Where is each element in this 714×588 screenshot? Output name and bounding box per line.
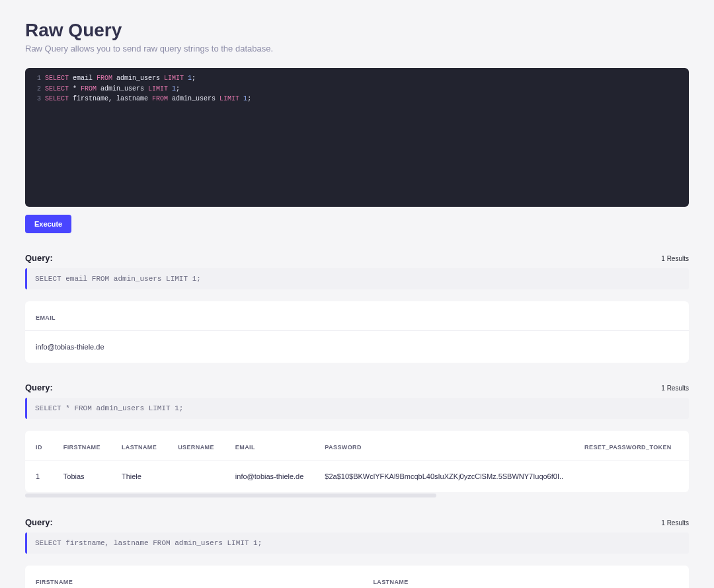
- table-cell: info@tobias-thiele.de: [25, 331, 689, 363]
- table-cell: $2a$10$BKWclYFKAl9BmcqbL40sIuXZKj0yzcClS…: [314, 460, 574, 493]
- horizontal-scrollbar[interactable]: [25, 494, 436, 497]
- code-token: *: [69, 85, 81, 92]
- code-token: SELECT: [45, 85, 69, 92]
- table-cell: [167, 460, 225, 493]
- column-header: REGISTRATION_TOKEN: [682, 431, 689, 460]
- column-header: EMAIL: [225, 431, 315, 460]
- table-row: 1TobiasThieleinfo@tobias-thiele.de$2a$10…: [25, 460, 689, 493]
- code-token: admin_users: [97, 85, 148, 92]
- results-count: 1 Results: [661, 385, 689, 392]
- result-table: EMAILinfo@tobias-thiele.de: [25, 301, 689, 363]
- code-token: ;: [247, 95, 251, 102]
- code-token: SELECT: [45, 75, 69, 82]
- column-header: LASTNAME: [111, 431, 167, 460]
- result-block: Query:1 ResultsSELECT email FROM admin_u…: [25, 253, 689, 363]
- column-header: FIRSTNAME: [25, 566, 362, 588]
- page-subtitle: Raw Query allows you to send raw query s…: [25, 44, 689, 54]
- editor-line[interactable]: 3SELECT firstname, lastname FROM admin_u…: [32, 94, 682, 104]
- query-sql: SELECT * FROM admin_users LIMIT 1;: [25, 398, 689, 419]
- column-header: EMAIL: [25, 301, 689, 331]
- code-token: FROM: [152, 95, 168, 102]
- code-token: FROM: [81, 85, 97, 92]
- sql-editor[interactable]: 1SELECT email FROM admin_users LIMIT 1;2…: [25, 68, 689, 207]
- query-label: Query:: [25, 383, 53, 392]
- code-token: SELECT: [45, 95, 69, 102]
- result-table-card: EMAILinfo@tobias-thiele.de: [25, 301, 689, 363]
- table-cell: info@tobias-thiele.de: [225, 460, 315, 493]
- code-token: FROM: [97, 75, 112, 82]
- results-count: 1 Results: [661, 519, 689, 527]
- column-header: LASTNAME: [362, 566, 689, 588]
- page-title: Raw Query: [25, 20, 689, 41]
- line-number: 3: [32, 94, 41, 104]
- result-block: Query:1 ResultsSELECT firstname, lastnam…: [25, 517, 689, 588]
- result-block: Query:1 ResultsSELECT * FROM admin_users…: [25, 383, 689, 497]
- table-cell: [682, 460, 689, 493]
- column-header: USERNAME: [167, 431, 225, 460]
- result-table-card: FIRSTNAMELASTNAMETobiasThiele: [25, 566, 689, 588]
- editor-line[interactable]: 2SELECT * FROM admin_users LIMIT 1;: [32, 84, 682, 94]
- result-table-card: IDFIRSTNAMELASTNAMEUSERNAMEEMAILPASSWORD…: [25, 431, 689, 492]
- query-sql: SELECT email FROM admin_users LIMIT 1;: [25, 268, 689, 289]
- result-table: IDFIRSTNAMELASTNAMEUSERNAMEEMAILPASSWORD…: [25, 431, 689, 492]
- table-cell: 1: [25, 460, 53, 493]
- table-cell: Thiele: [111, 460, 167, 493]
- column-header: RESET_PASSWORD_TOKEN: [574, 431, 682, 460]
- code-token: admin_users: [168, 95, 219, 102]
- code-token: ;: [176, 85, 180, 92]
- query-sql: SELECT firstname, lastname FROM admin_us…: [25, 533, 689, 554]
- column-header: PASSWORD: [314, 431, 574, 460]
- results-count: 1 Results: [661, 255, 689, 262]
- table-row: info@tobias-thiele.de: [25, 331, 689, 363]
- code-token: ;: [192, 75, 196, 82]
- query-label: Query:: [25, 253, 53, 263]
- result-table: FIRSTNAMELASTNAMETobiasThiele: [25, 566, 689, 588]
- code-token: email: [69, 75, 97, 82]
- execute-button[interactable]: Execute: [25, 215, 71, 233]
- line-number: 1: [32, 73, 41, 84]
- column-header: ID: [25, 431, 53, 460]
- code-token: admin_users: [112, 75, 164, 82]
- line-number: 2: [32, 84, 41, 94]
- table-cell: Tobias: [53, 460, 111, 493]
- column-header: FIRSTNAME: [53, 431, 111, 460]
- query-label: Query:: [25, 517, 53, 527]
- code-token: LIMIT: [164, 75, 184, 82]
- table-cell: [574, 460, 682, 493]
- code-token: LIMIT: [219, 95, 239, 102]
- editor-line[interactable]: 1SELECT email FROM admin_users LIMIT 1;: [32, 73, 682, 84]
- code-token: firstname, lastname: [69, 95, 152, 102]
- code-token: LIMIT: [148, 85, 168, 92]
